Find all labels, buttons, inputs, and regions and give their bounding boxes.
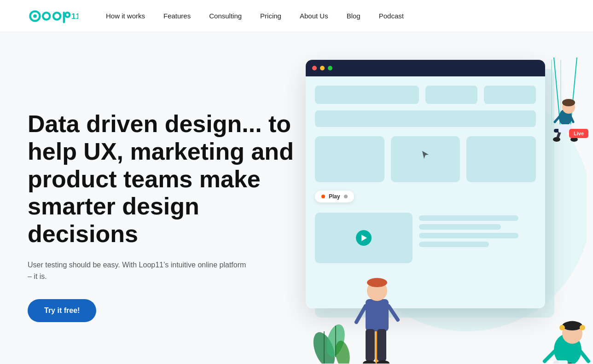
browser-dot-yellow xyxy=(320,66,325,70)
svg-point-40 xyxy=(562,321,582,330)
live-badge: Live xyxy=(569,129,588,138)
svg-text:11: 11 xyxy=(71,11,78,20)
browser-dot-green xyxy=(328,66,332,70)
hero-illustration: Play xyxy=(306,60,593,364)
nav-pricing[interactable]: Pricing xyxy=(260,12,281,20)
browser-block-3 xyxy=(484,86,536,104)
svg-rect-47 xyxy=(547,360,568,364)
svg-point-31 xyxy=(367,278,387,287)
browser-bar xyxy=(306,60,545,76)
play-ellipse-icon xyxy=(344,195,348,198)
browser-card-1 xyxy=(315,136,384,182)
text-lines-block xyxy=(419,213,536,263)
nav-features[interactable]: Features xyxy=(163,12,191,20)
leaf-decoration-icon xyxy=(310,313,356,364)
svg-point-5 xyxy=(65,12,70,17)
browser-block-1 xyxy=(315,86,419,104)
svg-point-2 xyxy=(43,12,50,19)
play-dot-icon xyxy=(321,195,325,198)
text-line-1 xyxy=(419,215,518,221)
svg-point-46 xyxy=(580,325,585,330)
nav-how-it-works[interactable]: How it works xyxy=(106,12,145,20)
browser-card-3 xyxy=(466,136,536,182)
play-button-icon xyxy=(356,230,372,246)
svg-line-43 xyxy=(545,350,556,361)
person-left-icon xyxy=(352,253,407,364)
play-triangle-icon xyxy=(361,235,367,241)
svg-point-45 xyxy=(559,325,565,330)
text-line-2 xyxy=(419,224,501,230)
navbar: 11 How it works Features Consulting Pric… xyxy=(0,0,593,32)
browser-full-bar xyxy=(315,110,536,127)
cursor-icon xyxy=(421,150,430,160)
browser-bottom xyxy=(315,213,536,263)
svg-point-3 xyxy=(53,12,60,19)
play-bar: Play xyxy=(315,191,536,202)
browser-block-2 xyxy=(425,86,477,104)
person-swing-icon xyxy=(535,58,593,186)
hero-subtext: User testing should be easy. With Loop11… xyxy=(28,259,249,283)
browser-card-2 xyxy=(391,136,460,182)
svg-rect-32 xyxy=(366,329,375,361)
hero-heading: Data driven design... to help UX, market… xyxy=(28,110,305,248)
svg-line-37 xyxy=(389,306,398,320)
svg-point-19 xyxy=(553,137,560,142)
person-right-icon xyxy=(535,295,593,364)
nav-consulting[interactable]: Consulting xyxy=(209,12,242,20)
browser-content: Play xyxy=(306,76,545,308)
nav-podcast[interactable]: Podcast xyxy=(379,12,404,20)
logo[interactable]: 11 xyxy=(28,7,78,25)
svg-rect-29 xyxy=(366,299,389,331)
browser-cards xyxy=(315,136,536,182)
browser-window: Play xyxy=(306,60,545,308)
svg-rect-33 xyxy=(377,329,386,361)
hero-content: Data driven design... to help UX, market… xyxy=(28,110,323,322)
nav-links: How it works Features Consulting Pricing… xyxy=(106,12,404,20)
nav-blog[interactable]: Blog xyxy=(347,12,360,20)
svg-point-1 xyxy=(33,14,37,18)
play-label: Play xyxy=(329,193,340,200)
browser-row-1 xyxy=(315,86,536,104)
browser-dot-red xyxy=(312,66,317,70)
svg-point-16 xyxy=(562,99,575,106)
svg-line-36 xyxy=(356,306,366,322)
nav-about-us[interactable]: About Us xyxy=(300,12,328,20)
text-line-3 xyxy=(419,233,518,238)
hero-section: Data driven design... to help UX, market… xyxy=(0,32,593,364)
cta-button[interactable]: Try it free! xyxy=(28,299,96,322)
svg-point-34 xyxy=(363,360,376,364)
text-line-4 xyxy=(419,242,489,247)
